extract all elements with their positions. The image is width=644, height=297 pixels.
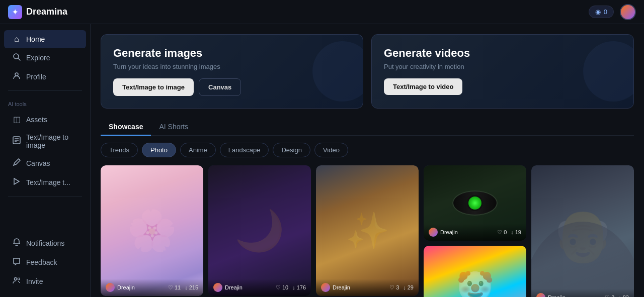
- sidebar-divider-1: [8, 90, 82, 91]
- tab-ai-shorts[interactable]: AI Shorts: [151, 119, 196, 136]
- generate-videos-card: Generate videos Put your creativity in m…: [371, 34, 634, 109]
- filter-pills: Trends Photo Anime Landscape Design Vide…: [101, 143, 634, 157]
- sidebar-divider-2: [8, 196, 82, 196]
- videos-buttons: Text/Image to video: [384, 78, 621, 95]
- gallery-item-6[interactable]: 🤡: [424, 246, 526, 297]
- filter-design[interactable]: Design: [273, 143, 310, 157]
- gallery-item-3[interactable]: ✨ Dreajin ♡ 3 ↓ 29: [316, 165, 419, 296]
- text-video-button[interactable]: Text/Image to video: [384, 78, 462, 95]
- sidebar-item-canvas[interactable]: Canvas: [4, 154, 86, 173]
- sidebar-label-feedback: Feedback: [26, 258, 57, 266]
- filter-trends[interactable]: Trends: [101, 143, 138, 157]
- gallery-item-1-likes: ♡ 11: [168, 284, 181, 291]
- sidebar-item-feedback[interactable]: Feedback: [4, 253, 86, 272]
- generate-videos-title: Generate videos: [384, 47, 621, 60]
- gallery-item-5-user: Dreajin: [548, 294, 566, 297]
- profile-icon: [12, 72, 21, 82]
- gallery-item-2-likes: ♡ 10: [276, 284, 288, 291]
- gallery-item-2[interactable]: 🌙 Dreajin ♡ 10 ↓ 176: [208, 165, 311, 296]
- generate-images-card: Generate images Turn your ideas into stu…: [101, 34, 363, 109]
- feedback-icon: [12, 257, 21, 267]
- gallery-item-4[interactable]: Dreajin ♡ 0 ↓ 19: [424, 165, 526, 241]
- sidebar-item-home[interactable]: ⌂ Home: [4, 30, 86, 48]
- gallery-item-1[interactable]: 🌸 Dreajin ♡ 11 ↓ 215: [101, 165, 203, 296]
- app-header: ✦ Dreamina ◉ 0: [0, 0, 644, 24]
- gallery-col-4: Dreajin ♡ 0 ↓ 19 🤡 🌸: [424, 165, 526, 297]
- gallery-item-5[interactable]: 👴 Dreajin ♡ 3 ↓ 83: [531, 165, 634, 297]
- notifications-icon: [12, 238, 21, 248]
- svg-marker-7: [14, 178, 19, 184]
- explore-icon: [12, 53, 21, 63]
- sidebar-label-explore: Explore: [26, 54, 50, 62]
- text-video-icon: [12, 177, 21, 187]
- gallery-item-1-user: Dreajin: [117, 284, 135, 290]
- gallery-item-2-downloads: ↓ 176: [292, 284, 306, 290]
- sidebar-item-text-image[interactable]: Text/Image to image: [4, 129, 86, 154]
- svg-line-1: [18, 58, 20, 60]
- text-image-button[interactable]: Text/Image to image: [113, 78, 194, 96]
- text-image-icon: [12, 136, 21, 146]
- filter-landscape[interactable]: Landscape: [220, 143, 269, 157]
- hero-cards: Generate images Turn your ideas into stu…: [101, 34, 634, 109]
- gallery-item-3-likes: ♡ 3: [389, 284, 399, 291]
- gallery-item-4-downloads: ↓ 19: [511, 229, 521, 235]
- gallery-item-4-user: Dreajin: [440, 229, 458, 235]
- gallery-item-1-downloads: ↓ 215: [185, 284, 198, 290]
- main-content: Generate images Turn your ideas into stu…: [91, 24, 644, 297]
- generate-videos-subtitle: Put your creativity in motion: [384, 63, 621, 70]
- credits-count: 0: [604, 8, 607, 16]
- assets-icon: ◫: [12, 115, 21, 124]
- gallery-item-2-user: Dreajin: [225, 284, 243, 290]
- filter-video[interactable]: Video: [314, 143, 348, 157]
- sidebar-item-profile[interactable]: Profile: [4, 67, 86, 86]
- app-logo: ✦ Dreamina: [8, 5, 67, 19]
- generate-images-title: Generate images: [113, 47, 351, 60]
- gallery-item-5-likes: ♡ 3: [605, 294, 614, 298]
- sidebar-item-notifications[interactable]: Notifications: [4, 234, 86, 253]
- gallery-item-3-user: Dreajin: [333, 284, 350, 290]
- gallery-grid: 🌸 Dreajin ♡ 11 ↓ 215: [101, 165, 634, 297]
- sidebar-label-text-video: Text/Image t...: [26, 178, 70, 186]
- svg-point-8: [15, 278, 17, 280]
- filter-anime[interactable]: Anime: [180, 143, 216, 157]
- sidebar-item-assets[interactable]: ◫ Assets: [4, 110, 86, 129]
- sidebar-label-invite: Invite: [26, 277, 43, 285]
- svg-point-2: [15, 73, 18, 76]
- app-name: Dreamina: [26, 7, 67, 17]
- filter-photo[interactable]: Photo: [142, 143, 176, 157]
- gallery-item-5-downloads: ↓ 83: [618, 294, 629, 297]
- sidebar-label-profile: Profile: [26, 73, 46, 81]
- user-avatar[interactable]: [620, 4, 636, 20]
- credits-badge[interactable]: ◉ 0: [589, 6, 614, 18]
- sidebar: ⌂ Home Explore Profile AI tools ◫ Assets…: [0, 24, 91, 297]
- gallery-item-3-downloads: ↓ 29: [403, 284, 414, 290]
- sidebar-item-text-video[interactable]: Text/Image t...: [4, 173, 86, 192]
- gallery-col-3: ✨ Dreajin ♡ 3 ↓ 29: [316, 165, 419, 297]
- credits-icon: ◉: [595, 8, 601, 16]
- sidebar-label-home: Home: [26, 35, 45, 43]
- images-buttons: Text/Image to image Canvas: [113, 78, 351, 96]
- generate-images-subtitle: Turn your ideas into stunning images: [113, 63, 351, 70]
- sidebar-label-text-image: Text/Image to image: [26, 133, 78, 149]
- sidebar-label-canvas: Canvas: [26, 159, 50, 167]
- ai-tools-label: AI tools: [0, 95, 90, 110]
- main-layout: ⌂ Home Explore Profile AI tools ◫ Assets…: [0, 24, 644, 297]
- canvas-button[interactable]: Canvas: [199, 78, 241, 96]
- sidebar-item-invite[interactable]: Invite: [4, 272, 86, 291]
- invite-icon: [12, 276, 21, 286]
- tab-showcase[interactable]: Showcase: [101, 119, 151, 136]
- canvas-icon: [12, 158, 21, 168]
- home-icon: ⌂: [12, 35, 21, 44]
- sidebar-label-notifications: Notifications: [26, 239, 64, 247]
- gallery-tabs: Showcase AI Shorts: [101, 119, 634, 136]
- logo-icon: ✦: [8, 5, 22, 19]
- gallery-col-5: 👴 Dreajin ♡ 3 ↓ 83: [531, 165, 634, 297]
- sidebar-label-assets: Assets: [26, 116, 47, 124]
- gallery-col-1: 🌸 Dreajin ♡ 11 ↓ 215: [101, 165, 203, 297]
- gallery-item-4-likes: ♡ 0: [497, 229, 507, 236]
- svg-point-9: [18, 278, 20, 280]
- header-right: ◉ 0: [589, 4, 636, 20]
- gallery-col-2: 🌙 Dreajin ♡ 10 ↓ 176: [208, 165, 311, 297]
- sidebar-bottom: Notifications Feedback Invite: [0, 234, 90, 291]
- sidebar-item-explore[interactable]: Explore: [4, 48, 86, 67]
